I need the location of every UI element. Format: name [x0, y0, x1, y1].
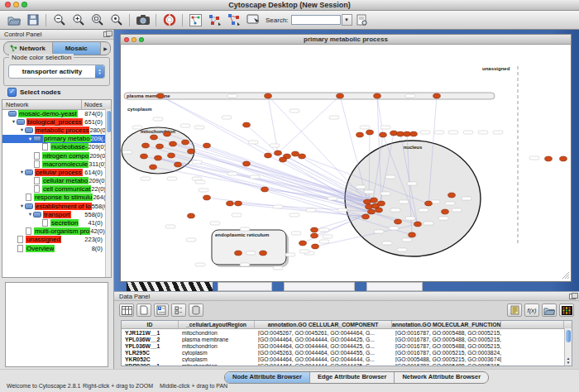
layout-button-2[interactable]: [224, 12, 243, 28]
table-cell: mitochondrion: [179, 343, 255, 349]
column-header[interactable]: ID: [122, 321, 179, 328]
layout-button-1[interactable]: [205, 12, 224, 28]
tab-node-attribute-browser[interactable]: Node Attribute Browser: [225, 372, 310, 383]
file-icon: [26, 194, 31, 201]
column-header[interactable]: annotation.GO CELLULAR_COMPONENT: [255, 321, 392, 328]
open-session-button[interactable]: [4, 12, 23, 28]
delete-attribute-button[interactable]: [189, 304, 203, 317]
groupbox-legend: Node color selection: [9, 54, 74, 61]
tree-row[interactable]: nitrogen compo 209(0): [2, 151, 105, 160]
import-attributes-button[interactable]: [542, 304, 557, 317]
tab-edge-attribute-browser[interactable]: Edge Attribute Browser: [310, 372, 395, 383]
save-session-button[interactable]: [23, 12, 42, 28]
zoom-fit-button[interactable]: [88, 12, 107, 28]
bottom-strip: Node Attribute BrowserEdge Attribute Bro…: [0, 369, 579, 392]
new-attribute-button[interactable]: [136, 304, 151, 317]
tree-row[interactable]: response to stimulu 264(0): [2, 194, 105, 202]
tree-row[interactable]: cellular metabo 209(0): [2, 177, 105, 185]
tab-scroll-right-button[interactable]: ▶: [101, 42, 110, 55]
snapshot-button[interactable]: [133, 12, 152, 28]
heatmap-button[interactable]: [559, 304, 574, 317]
search-input[interactable]: [291, 15, 341, 25]
zoom-in-button[interactable]: [69, 12, 88, 28]
notes-icon: [510, 305, 519, 315]
tree-row[interactable]: nucleobase- 209(0): [2, 143, 105, 151]
tree-row[interactable]: unassigned 223(0): [2, 236, 105, 244]
tree-column-network[interactable]: Network: [2, 100, 81, 109]
function-builder-button[interactable]: f(x): [524, 304, 539, 317]
disclosure-arrow-icon[interactable]: ▼: [11, 119, 17, 124]
attribute-grid-button[interactable]: [171, 304, 186, 317]
birdseye-view[interactable]: [5, 282, 108, 367]
file-icon: [17, 245, 23, 252]
tree-row[interactable]: multi-organism pro 42(0): [2, 227, 105, 236]
tree-row[interactable]: ▼ primary metabo 209(...: [2, 135, 105, 143]
tree-scrollbar[interactable]: [105, 109, 111, 277]
table-row[interactable]: YPL036W__1mitochondrion[GO:0044464, GO:0…: [122, 342, 572, 349]
table-row[interactable]: YJR121W__1mitochondrion[GO:0045267, GO:0…: [122, 329, 572, 336]
tree-row[interactable]: Overview 8(0): [2, 244, 105, 252]
tree-row[interactable]: mosaic-demo-yeast 874(0): [2, 109, 105, 117]
search-dropdown-button[interactable]: ▼: [342, 14, 352, 26]
resize-grip[interactable]: [562, 272, 569, 279]
attribute-list-button[interactable]: [507, 304, 522, 317]
network-tree-panel: Network Nodes mosaic-demo-yeast 874(0) ▼…: [2, 99, 112, 278]
network-desktop: primary metabolic process plasma membran…: [114, 30, 579, 291]
tree-row[interactable]: ▼ transport 558(0): [2, 210, 105, 218]
zoom-selected-button[interactable]: [107, 12, 126, 28]
column-header[interactable]: _cellularLayoutRegion: [179, 321, 255, 328]
node-color-dropdown[interactable]: transporter activity ▲▼: [8, 65, 105, 79]
folder-icon: [25, 170, 33, 175]
scrollbar-arrows[interactable]: ▲▼: [565, 356, 572, 365]
table-row[interactable]: YPL036W__2plasma membrane[GO:0044464, GO…: [122, 336, 572, 342]
select-nodes-checkbox[interactable]: ✓ Select nodes: [7, 88, 60, 97]
network-canvas[interactable]: plasma membrane cytoplasm mitochondrion …: [121, 45, 571, 280]
tree-row[interactable]: ▼ establishment of lo 558(0): [2, 202, 105, 210]
tree-node-count: 42(0): [90, 227, 105, 235]
network-overview-button[interactable]: [186, 12, 205, 28]
table-row[interactable]: YDR039C__1mitochondrion[GO:0044464, GO:0…: [122, 362, 572, 366]
table-scrollbar-thumb[interactable]: [566, 330, 571, 342]
disclosure-arrow-icon[interactable]: ▼: [19, 127, 25, 132]
zoom-out-button[interactable]: [50, 12, 69, 28]
float-panel-icon[interactable]: [569, 294, 576, 299]
disclosure-arrow-icon[interactable]: ▼: [27, 136, 33, 141]
tree-row[interactable]: macromolecule 311(0): [2, 160, 105, 168]
network-window-titlebar[interactable]: primary metabolic process: [120, 34, 572, 45]
tree-scrollbar-thumb[interactable]: [107, 111, 111, 132]
float-panel-icon[interactable]: [103, 31, 110, 37]
disclosure-arrow-icon[interactable]: ▼: [19, 170, 25, 174]
folder-icon: [25, 203, 33, 209]
table-row[interactable]: YKR052Ccytoplasm[GO:0044464, GO:0044444,…: [122, 356, 572, 362]
tab-network-attribute-browser[interactable]: Network Attribute Browser: [395, 372, 488, 383]
view-settings-button[interactable]: [243, 12, 262, 28]
table-scrollbar[interactable]: ▲▼: [564, 328, 572, 366]
column-header[interactable]: annotation.GO MOLECULAR_FUNCTION: [392, 321, 501, 328]
help-button[interactable]: [160, 12, 179, 28]
tab-network[interactable]: Network: [4, 42, 53, 55]
tree-node-count: 209(...: [91, 135, 105, 142]
background-window-fragment: [218, 282, 272, 291]
tree-row[interactable]: cell communicat 22(0): [2, 185, 105, 194]
select-attributes-button[interactable]: [119, 304, 134, 317]
status-text: Welcome to Cytoscape 2.8.1: [7, 383, 80, 389]
tree-row[interactable]: ▼ metabolic process 280(0): [2, 126, 105, 134]
tab-mosaic[interactable]: Mosaic: [53, 42, 102, 55]
table-row[interactable]: YLR295Ccytoplasm[GO:0045263, GO:0044464,…: [122, 349, 572, 356]
tree-row[interactable]: ▼ biological_process 651(0): [2, 117, 105, 126]
network-window[interactable]: primary metabolic process plasma membran…: [120, 34, 572, 282]
table-cell: [GO:0044464, GO:0044444, GO:0044444, G..…: [255, 356, 392, 362]
column-header[interactable]: [501, 321, 564, 328]
network-window-content: plasma membrane cytoplasm mitochondrion …: [120, 45, 572, 282]
disclosure-arrow-icon[interactable]: ▼: [27, 212, 33, 217]
toolbar-separator: [129, 14, 130, 26]
background-window-fragment: [356, 282, 366, 291]
tree-column-nodes[interactable]: Nodes: [81, 100, 111, 109]
attribute-checklist-button[interactable]: [154, 304, 169, 317]
node-color-selection-group: Node color selection transporter activit…: [3, 57, 110, 86]
disclosure-arrow-icon[interactable]: ▼: [19, 203, 25, 208]
tree-row[interactable]: secretion 41(0): [2, 218, 105, 227]
tree-row[interactable]: ▼ cellular process 614(0): [2, 168, 105, 176]
search-config-button[interactable]: [352, 12, 371, 28]
zoom-fit-icon: [91, 13, 104, 26]
